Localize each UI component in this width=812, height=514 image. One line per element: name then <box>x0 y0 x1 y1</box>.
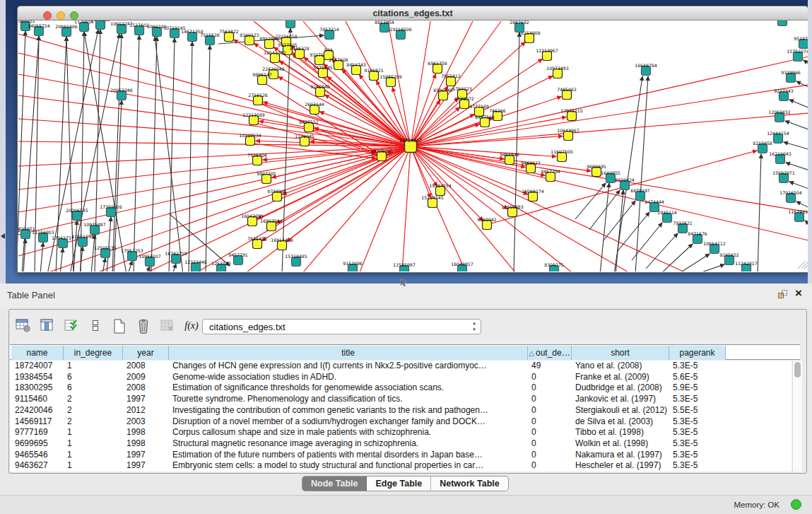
network-node[interactable]: 16048917 <box>451 262 473 272</box>
network-node[interactable]: 12213589 <box>242 112 265 125</box>
network-node[interactable]: 16782759 <box>165 251 187 264</box>
table-row[interactable]: 969969511998Structural magnetic resonanc… <box>10 438 792 450</box>
table-cell[interactable]: 0 <box>528 450 572 461</box>
table-cell[interactable]: 9115460 <box>11 394 64 405</box>
table-cell[interactable]: 5.9E-5 <box>669 382 726 394</box>
table-cell[interactable]: Changes of HCN gene expression and I(f) … <box>169 361 528 372</box>
network-node[interactable]: 9242848 <box>310 84 330 97</box>
table-row[interactable]: 946554611997Estimation of the future num… <box>10 450 792 461</box>
network-node[interactable]: 6990448 <box>433 88 453 100</box>
table-scrollbar-thumb[interactable] <box>794 362 801 378</box>
network-node[interactable]: 2718126 <box>248 93 268 105</box>
close-panel-icon[interactable]: × <box>793 286 804 300</box>
network-node[interactable]: 17016504 <box>779 190 802 203</box>
table-cell[interactable]: 0 <box>528 460 572 472</box>
column-header-year[interactable]: year <box>123 346 169 360</box>
network-node[interactable]: 10107534 <box>239 133 261 146</box>
table-cell[interactable]: 0 <box>528 394 572 405</box>
column-header-name[interactable]: name <box>11 346 64 360</box>
table-cell[interactable]: 0 <box>528 416 572 428</box>
network-node[interactable]: 16914479 <box>271 238 293 250</box>
table-cell[interactable]: 0 <box>528 372 572 383</box>
network-node[interactable]: 17359926 <box>100 204 122 217</box>
network-node[interactable]: 8454743 <box>346 62 366 75</box>
table-cell[interactable]: 2 <box>64 394 123 405</box>
table-row[interactable]: 1872400712008Changes of HCN gene express… <box>10 361 792 372</box>
network-node[interactable]: 9227343 <box>774 88 794 101</box>
table-cell[interactable]: Yano et al. (2008) <box>572 361 669 372</box>
table-cell[interactable]: 18724007 <box>11 361 64 372</box>
table-row[interactable]: 977716911998Corpus callosum shape and si… <box>10 427 792 438</box>
column-header-in_degree[interactable]: in_degree <box>64 346 123 360</box>
network-node[interactable]: 11607500 <box>551 149 573 162</box>
table-cell[interactable]: 9699695 <box>11 438 64 450</box>
network-node[interactable]: 15134545 <box>421 195 444 208</box>
network-node[interactable]: 11242817 <box>735 261 758 272</box>
memory-status-icon[interactable] <box>791 499 801 510</box>
network-node[interactable]: 15692971 <box>772 170 795 183</box>
table-cell[interactable]: 1 <box>64 438 123 450</box>
table-row[interactable]: 2242004622012Investigating the contribut… <box>10 405 792 416</box>
table-cell[interactable]: 1998 <box>123 427 169 438</box>
table-cell[interactable]: Jankovic et al. (1997) <box>572 394 669 405</box>
table-cell[interactable]: Investigating the contribution of common… <box>169 405 528 416</box>
network-node[interactable]: 20206535 <box>66 208 88 221</box>
network-node[interactable]: 16033809 <box>279 21 302 28</box>
column-header-out_de[interactable]: △out_de… <box>528 346 572 360</box>
table-cell[interactable]: 9463627 <box>11 460 64 472</box>
network-node[interactable]: 7563822 <box>219 29 239 42</box>
network-node[interactable]: 11675333 <box>788 209 808 222</box>
table-cell[interactable]: 5.3E-5 <box>669 394 726 405</box>
table-cell[interactable]: 2 <box>64 405 123 416</box>
network-node[interactable]: 11600883 <box>501 204 524 217</box>
table-cell[interactable]: 5.6E-5 <box>669 372 726 383</box>
network-node[interactable]: 9329966 <box>781 70 801 83</box>
float-panel-icon[interactable] <box>777 289 789 300</box>
network-node[interactable]: 12213967 <box>536 48 558 61</box>
table-cell[interactable]: Structural magnetic resonance image aver… <box>169 438 528 450</box>
network-node[interactable]: 16210643 <box>769 151 792 164</box>
table-cell[interactable]: 1997 <box>123 460 169 472</box>
table-cell[interactable]: 1 <box>64 460 123 472</box>
network-node[interactable]: 7526404 <box>247 153 267 165</box>
network-node[interactable]: 9457791 <box>228 252 248 265</box>
network-node[interactable]: 14055724 <box>28 23 50 36</box>
table-cell[interactable]: 0 <box>528 382 572 394</box>
network-node[interactable]: 8160123 <box>240 33 259 45</box>
table-cell[interactable]: 1 <box>64 361 123 372</box>
table-cell[interactable]: 19384554 <box>11 372 64 383</box>
table-cell[interactable]: 2009 <box>123 372 169 383</box>
row-height-button[interactable] <box>86 316 105 336</box>
network-node[interactable]: 7485063 <box>557 87 577 100</box>
collapse-panel-arrow-icon[interactable] <box>1 233 5 239</box>
table-cell[interactable]: 5.3E-5 <box>669 361 726 372</box>
column-header-title[interactable]: title <box>169 346 528 360</box>
table-cell[interactable]: 9465546 <box>11 450 64 461</box>
table-cell[interactable]: Disruption of a novel member of a sodium… <box>169 416 528 428</box>
table-cell[interactable]: 0 <box>528 438 572 450</box>
table-cell[interactable]: 18300295 <box>11 382 64 394</box>
table-cell[interactable]: 2012 <box>123 405 169 416</box>
table-cell[interactable]: de Silva et al. (2003) <box>572 416 669 428</box>
network-node[interactable]: 6497568 <box>475 115 495 127</box>
table-cell[interactable]: Estimation of the future numbers of pati… <box>169 450 528 461</box>
network-node[interactable]: 16903944 <box>260 218 283 231</box>
network-node[interactable]: 8427552 <box>299 119 319 132</box>
network-canvas[interactable]: 7563822816012389129542322605893275051654… <box>18 21 808 271</box>
column-header-short[interactable]: short <box>572 346 669 360</box>
table-cell[interactable]: 5.3E-5 <box>669 416 726 428</box>
table-settings-button[interactable] <box>13 316 33 336</box>
table-cell[interactable]: 5.3E-5 <box>669 427 726 438</box>
network-node[interactable]: 12323448 <box>184 259 207 272</box>
edit-columns-button[interactable] <box>61 316 81 336</box>
table-cell[interactable]: 22420046 <box>11 405 64 416</box>
network-node[interactable]: 15718485 <box>285 254 307 267</box>
table-scrollbar[interactable] <box>792 361 802 472</box>
network-node[interactable]: 6961758 <box>428 61 447 74</box>
show-columns-button[interactable] <box>37 316 57 336</box>
network-node[interactable]: 1253133 <box>211 261 231 272</box>
network-node[interactable]: 20691406 <box>55 24 78 37</box>
table-cell[interactable]: 5.3E-5 <box>669 438 726 450</box>
table-cell[interactable]: Hescheler et al. (1997) <box>572 460 669 472</box>
table-cell[interactable]: Franke et al. (2009) <box>572 372 669 383</box>
